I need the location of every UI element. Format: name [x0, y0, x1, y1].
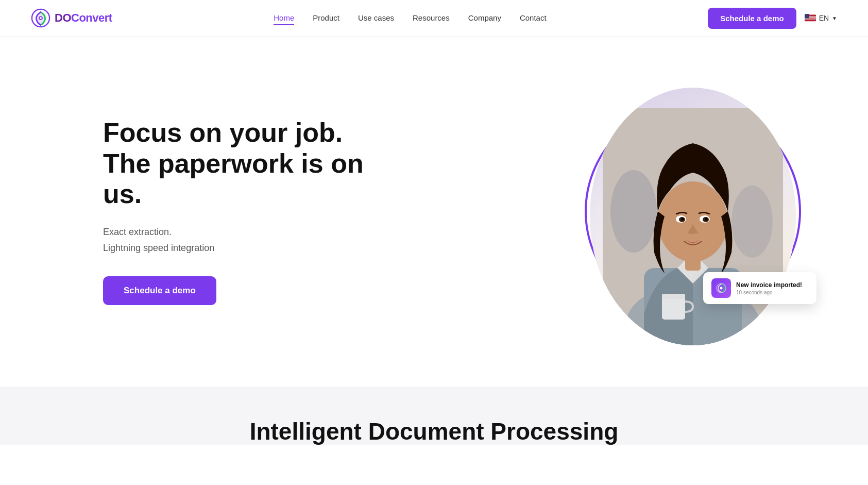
hero-portrait: [590, 88, 796, 345]
brand-prefix: DO: [55, 11, 71, 24]
nav-item-use-cases[interactable]: Use cases: [358, 13, 394, 23]
svg-point-2: [40, 17, 42, 19]
svg-point-10: [658, 181, 728, 262]
svg-point-16: [705, 218, 708, 221]
notification-title: New invoice imported!: [736, 281, 802, 289]
logo-icon: [31, 8, 50, 28]
nav-link-home[interactable]: Home: [274, 13, 294, 25]
hero-image-area: New invoice imported! 10 seconds ago: [580, 72, 806, 350]
hero-subtext: Exact extraction. Lightning speed integr…: [103, 224, 371, 256]
nav-item-home[interactable]: Home: [274, 13, 294, 23]
hero-section: Focus on your job. The paperwork is on u…: [0, 36, 868, 387]
nav-item-company[interactable]: Company: [468, 13, 501, 23]
notification-time: 10 seconds ago: [736, 290, 802, 295]
nav-item-resources[interactable]: Resources: [413, 13, 450, 23]
nav-link-resources[interactable]: Resources: [413, 13, 450, 24]
hero-headline: Focus on your job. The paperwork is on u…: [103, 118, 371, 210]
chevron-down-icon: ▼: [832, 15, 837, 21]
doconvert-notif-icon: [716, 282, 727, 294]
logo-link[interactable]: DOConvert: [31, 8, 112, 28]
nav-right: Schedule a demo EN ▼: [708, 8, 837, 29]
notification-text: New invoice imported! 10 seconds ago: [736, 281, 802, 295]
svg-point-4: [610, 170, 657, 253]
nav-link-contact[interactable]: Contact: [520, 13, 547, 24]
nav-link-company[interactable]: Company: [468, 13, 501, 24]
schedule-demo-hero-button[interactable]: Schedule a demo: [103, 276, 216, 305]
nav-link-use-cases[interactable]: Use cases: [358, 13, 394, 24]
nav-item-product[interactable]: Product: [313, 13, 339, 23]
person-svg: [603, 108, 783, 345]
notification-icon-wrap: [711, 278, 731, 298]
language-selector[interactable]: EN ▼: [805, 14, 837, 22]
svg-point-20: [720, 287, 723, 290]
hero-content: Focus on your job. The paperwork is on u…: [103, 118, 371, 306]
nav-item-contact[interactable]: Contact: [520, 13, 547, 23]
schedule-demo-nav-button[interactable]: Schedule a demo: [708, 8, 796, 29]
notification-card: New invoice imported! 10 seconds ago: [703, 272, 816, 304]
svg-rect-18: [662, 294, 685, 299]
us-flag-icon: [805, 14, 816, 22]
brand-name: DOConvert: [55, 11, 112, 25]
lang-label: EN: [819, 14, 829, 22]
brand-suffix: Convert: [71, 11, 112, 24]
bottom-section: Intelligent Document Processing: [0, 387, 868, 445]
nav-link-product[interactable]: Product: [313, 13, 339, 24]
hero-sub-line1: Exact extraction.: [103, 227, 172, 237]
bottom-section-title: Intelligent Document Processing: [0, 417, 868, 445]
headline-line2: The paperwork is on us.: [103, 148, 364, 209]
hero-sub-line2: Lightning speed integration: [103, 243, 214, 253]
headline-line1: Focus on your job.: [103, 118, 343, 147]
nav-links: Home Product Use cases Resources Company…: [274, 13, 546, 23]
svg-point-15: [682, 218, 684, 221]
svg-point-5: [731, 186, 773, 258]
navbar: DOConvert Home Product Use cases Resourc…: [0, 0, 868, 36]
